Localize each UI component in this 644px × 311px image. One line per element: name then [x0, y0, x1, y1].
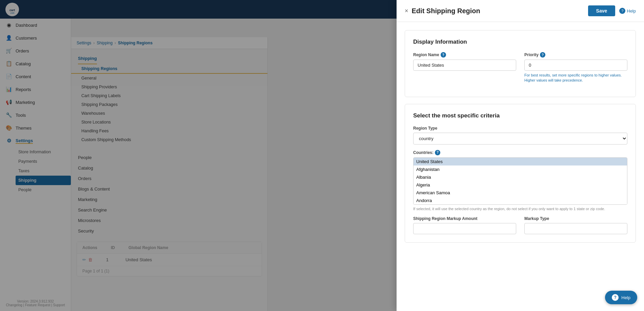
- priority-label: Priority ?: [524, 52, 627, 58]
- countries-group: Countries: ? United States Afghanistan A…: [413, 150, 627, 211]
- modal-title: × Edit Shipping Region: [405, 7, 480, 15]
- region-type-select[interactable]: country state zip code: [413, 133, 627, 145]
- countries-listbox[interactable]: United States Afghanistan Albania Algeri…: [413, 157, 627, 205]
- countries-help-icon[interactable]: ?: [435, 150, 440, 155]
- region-type-label: Region Type: [413, 126, 627, 131]
- close-button[interactable]: ×: [405, 7, 408, 15]
- priority-group: Priority ? For best results, set more sp…: [524, 52, 627, 83]
- region-name-input[interactable]: [413, 60, 516, 71]
- priority-input[interactable]: [524, 60, 627, 71]
- display-info-title: Display Information: [413, 39, 627, 45]
- modal-header: × Edit Shipping Region Save ? Help: [397, 0, 644, 22]
- markup-row: Shipping Region Markup Amount Markup Typ…: [413, 216, 627, 234]
- floating-help-button[interactable]: ? Help: [605, 291, 637, 304]
- display-info-section: Display Information Region Name ? Priori…: [405, 30, 636, 97]
- save-button[interactable]: Save: [588, 5, 616, 16]
- floating-help-icon: ?: [612, 294, 619, 301]
- modal-actions: Save ? Help: [588, 5, 636, 16]
- name-priority-row: Region Name ? Priority ? For best result…: [413, 52, 627, 83]
- priority-help-icon[interactable]: ?: [540, 52, 545, 58]
- region-name-label: Region Name ?: [413, 52, 516, 58]
- region-type-group: Region Type country state zip code: [413, 126, 627, 145]
- criteria-section: Select the most specific criteria Region…: [405, 104, 636, 243]
- countries-note: If selected, it will use the selected co…: [413, 207, 627, 211]
- markup-type-input[interactable]: [524, 223, 627, 234]
- help-icon: ?: [619, 8, 625, 14]
- markup-type-group: Markup Type: [524, 216, 627, 234]
- markup-amount-group: Shipping Region Markup Amount: [413, 216, 516, 234]
- criteria-title: Select the most specific criteria: [413, 112, 627, 119]
- region-name-help-icon[interactable]: ?: [441, 52, 446, 58]
- countries-label: Countries: ?: [413, 150, 627, 155]
- modal-body: Display Information Region Name ? Priori…: [397, 22, 644, 258]
- region-name-group: Region Name ?: [413, 52, 516, 83]
- priority-hint: For best results, set more specific regi…: [524, 73, 627, 83]
- help-button[interactable]: ? Help: [619, 8, 636, 14]
- markup-amount-label: Shipping Region Markup Amount: [413, 216, 516, 221]
- markup-type-label: Markup Type: [524, 216, 627, 221]
- markup-amount-input[interactable]: [413, 223, 516, 234]
- edit-shipping-region-modal: × Edit Shipping Region Save ? Help Displ…: [397, 0, 644, 311]
